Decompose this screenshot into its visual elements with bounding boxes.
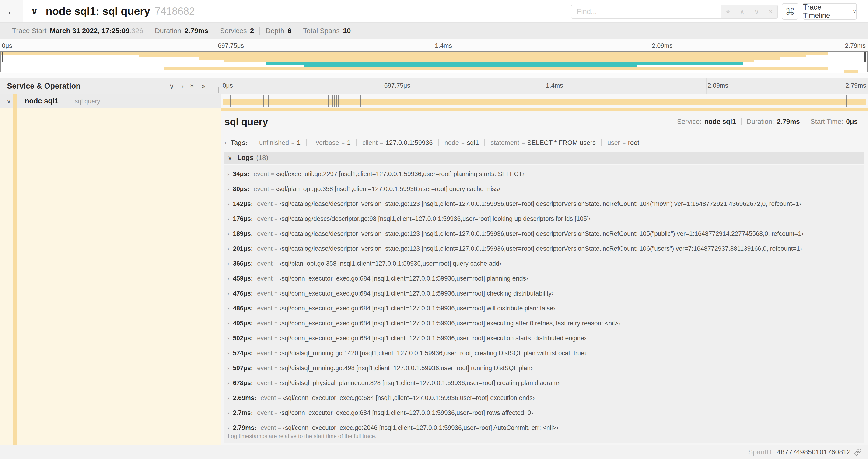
minimap-tick-label: 1.4ms xyxy=(435,42,452,50)
log-equals: = xyxy=(274,335,277,341)
log-entry[interactable]: › 2.7ms: event = ‹sql/conn_executor_exec… xyxy=(224,405,864,420)
tag-value: 1 xyxy=(297,139,301,146)
log-timestamp: 574μs: xyxy=(233,350,253,357)
expand-all-icon[interactable]: » xyxy=(202,82,206,90)
span-duration-bar[interactable] xyxy=(223,99,866,105)
log-marker[interactable] xyxy=(332,95,333,107)
log-entry[interactable]: › 201μs: event = ‹sql/catalog/lease/desc… xyxy=(224,241,864,256)
keyboard-shortcuts-button[interactable]: ⌘ xyxy=(782,3,798,20)
log-field-value: ‹sql/exec_util.go:2297 [nsql1,client=127… xyxy=(276,170,525,178)
log-field-key: event xyxy=(260,394,276,402)
log-entry[interactable]: › 142μs: event = ‹sql/catalog/lease/desc… xyxy=(224,196,864,211)
view-selector-button[interactable]: Trace Timeline ∨ xyxy=(803,3,857,20)
deep-link-icon[interactable] xyxy=(854,448,862,456)
collapse-deep-icon[interactable]: » xyxy=(189,84,196,88)
log-marker[interactable] xyxy=(241,95,241,107)
log-entry[interactable]: › 189μs: event = ‹sql/catalog/lease/desc… xyxy=(224,226,864,241)
trace-summary-item: Duration 2.79ms xyxy=(149,27,214,35)
timeline-minimap[interactable] xyxy=(0,51,868,72)
log-entry[interactable]: › 574μs: event = ‹sql/distsql_running.go… xyxy=(224,346,864,361)
log-entry[interactable]: › 459μs: event = ‹sql/conn_executor_exec… xyxy=(224,271,864,286)
tag-item: client = 127.0.0.1:59936 xyxy=(356,139,438,146)
log-marker[interactable] xyxy=(336,95,337,107)
log-field-key: event xyxy=(257,245,273,252)
log-marker[interactable] xyxy=(328,95,329,107)
span-row-name-cell[interactable]: ∨ node sql1 sql query xyxy=(0,94,221,108)
minimap-tick-label: 0μs xyxy=(2,42,12,50)
meta-value: node sql1 xyxy=(704,118,736,126)
chevron-down-icon[interactable]: ∨ xyxy=(6,97,11,105)
back-button[interactable]: ← xyxy=(0,0,23,22)
column-resizer-handle[interactable] xyxy=(216,87,220,93)
log-equals: = xyxy=(274,245,277,252)
log-entry[interactable]: › 366μs: event = ‹sql/plan_opt.go:358 [n… xyxy=(224,256,864,271)
log-entry[interactable]: › 486μs: event = ‹sql/conn_executor_exec… xyxy=(224,301,864,316)
log-entry[interactable]: › 597μs: event = ‹sql/distsql_running.go… xyxy=(224,361,864,375)
log-marker[interactable] xyxy=(307,95,307,107)
log-marker[interactable] xyxy=(334,95,335,107)
minimap-left-scrubber-handle[interactable] xyxy=(2,52,3,62)
log-field-key: event xyxy=(257,320,273,327)
log-equals: = xyxy=(274,290,277,297)
log-field-value: ‹sql/conn_executor_exec.go:684 [nsql1,cl… xyxy=(279,290,554,297)
log-field-key: event xyxy=(260,424,276,431)
chevron-right-icon: › xyxy=(227,201,229,207)
locate-icon[interactable]: ⌖ xyxy=(726,8,730,16)
collapse-all-icon[interactable]: ∨ xyxy=(169,82,174,90)
chevron-right-icon: › xyxy=(224,139,226,146)
minimap-span-bar xyxy=(164,67,828,70)
log-marker[interactable] xyxy=(338,95,339,107)
tag-key: user xyxy=(608,139,620,146)
logs-title: Logs xyxy=(237,154,253,162)
collapse-trace-title-button[interactable]: ∨ xyxy=(31,0,38,22)
span-detail-panel: sql query Service: node sql1 Duration: 2… xyxy=(221,108,868,445)
log-marker[interactable] xyxy=(255,95,255,107)
expand-one-icon[interactable]: › xyxy=(181,82,184,90)
log-entry[interactable]: › 34μs: event = ‹sql/exec_util.go:2297 [… xyxy=(224,167,864,182)
log-timestamp: 495μs: xyxy=(233,320,253,327)
log-marker[interactable] xyxy=(268,95,269,107)
log-marker[interactable] xyxy=(266,95,267,107)
log-entry[interactable]: › 502μs: event = ‹sql/conn_executor_exec… xyxy=(224,331,864,346)
log-timestamp: 189μs: xyxy=(233,230,253,237)
log-marker[interactable] xyxy=(263,95,264,107)
summary-label: Depth xyxy=(266,27,284,35)
top-bar: ← ∨ node sql1: sql query 7418682 ⌖ ∧ ∨ ×… xyxy=(0,0,868,23)
prev-result-icon[interactable]: ∧ xyxy=(740,8,745,16)
span-row-timeline-cell[interactable] xyxy=(221,94,868,108)
log-marker[interactable] xyxy=(355,95,355,107)
log-entry[interactable]: › 476μs: event = ‹sql/conn_executor_exec… xyxy=(224,286,864,301)
log-field-key: event xyxy=(254,186,269,193)
minimap-tick-label: 2.79ms xyxy=(845,42,866,50)
trace-title: node sql1: sql query 7418682 xyxy=(46,0,195,22)
tag-key: _unfinished xyxy=(255,139,289,146)
tags-accordion[interactable]: › Tags: _unfinished = 1 _verbose = 1 cli… xyxy=(224,136,645,149)
log-marker[interactable] xyxy=(846,95,847,107)
trace-title-text: node sql1: sql query xyxy=(46,5,150,18)
minimap-span-bar xyxy=(1,52,828,55)
log-equals: = xyxy=(274,305,277,312)
log-timestamp: 678μs: xyxy=(233,380,253,387)
minimap-right-scrubber-handle[interactable] xyxy=(865,52,866,62)
log-equals: = xyxy=(274,380,277,386)
log-equals: = xyxy=(271,186,274,192)
clear-search-icon[interactable]: × xyxy=(769,8,773,15)
log-entry[interactable]: › 80μs: event = ‹sql/plan_opt.go:358 [ns… xyxy=(224,182,864,196)
span-color-accent xyxy=(13,108,17,445)
next-result-icon[interactable]: ∨ xyxy=(754,8,759,16)
log-entry[interactable]: › 495μs: event = ‹sql/conn_executor_exec… xyxy=(224,316,864,331)
tag-equals: = xyxy=(380,139,383,146)
find-input[interactable] xyxy=(571,5,721,19)
log-marker[interactable] xyxy=(844,95,844,107)
log-field-value: ‹sql/conn_executor_exec.go:684 [nsql1,cl… xyxy=(279,409,533,417)
log-entry[interactable]: › 176μs: event = ‹sql/catalog/descs/desc… xyxy=(224,211,864,226)
log-entry[interactable]: › 2.69ms: event = ‹sql/conn_executor_exe… xyxy=(224,390,864,405)
log-marker[interactable] xyxy=(865,95,865,107)
logs-accordion-header[interactable]: ∨ Logs (18) xyxy=(224,152,864,165)
log-marker[interactable] xyxy=(360,95,361,107)
tag-key: _verbose xyxy=(312,139,339,146)
log-marker[interactable] xyxy=(230,95,230,107)
log-entry[interactable]: › 678μs: event = ‹sql/distsql_physical_p… xyxy=(224,375,864,390)
log-timestamp: 34μs: xyxy=(233,170,249,178)
log-marker[interactable] xyxy=(379,95,379,107)
